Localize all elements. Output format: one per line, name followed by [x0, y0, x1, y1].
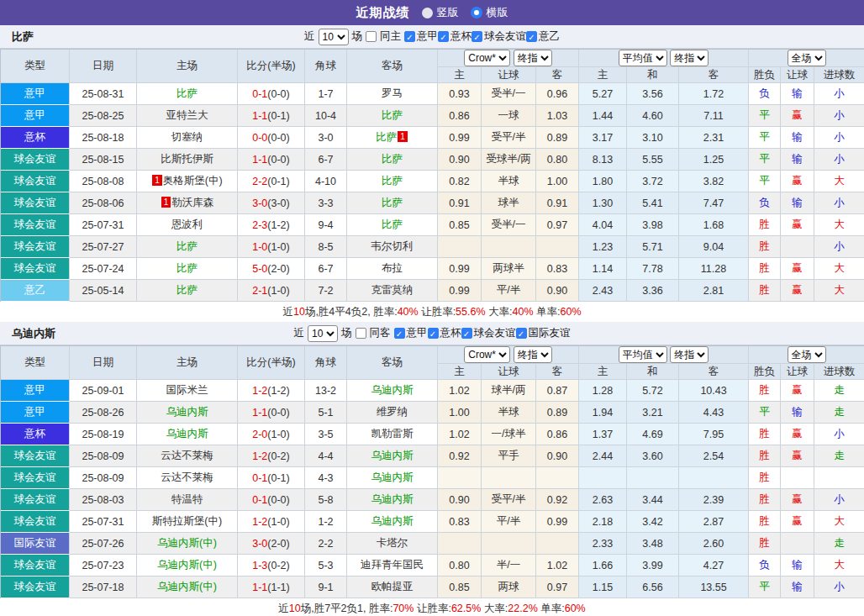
match-date: 25-08-18: [70, 127, 137, 149]
league-filter-意甲[interactable]: ✓意甲: [394, 326, 428, 340]
scope-select[interactable]: 全场: [788, 50, 826, 66]
league-filter-球会友谊[interactable]: ✓球会友谊: [461, 326, 516, 340]
near-count-select-2[interactable]: 10: [308, 325, 338, 342]
checkbox-checked-icon[interactable]: ✓: [404, 31, 415, 42]
table-row: 球会友谊25-07-31恩波利2-3(1-2)9-4比萨0.85受半/一0.97…: [1, 214, 864, 236]
same-venue-checkbox-2[interactable]: [356, 328, 366, 339]
avg-home: 2.63: [579, 489, 627, 511]
odds-away: 0.91: [536, 192, 579, 214]
odds-handicap: 平/半: [482, 280, 536, 302]
home-team: 乌迪内斯: [137, 402, 238, 424]
radio-unselected-icon[interactable]: [422, 8, 433, 18]
radio-selected-icon[interactable]: [471, 7, 482, 18]
team-name-text: 维罗纳: [377, 406, 408, 418]
score-fulltime: 2-3: [252, 219, 267, 231]
score: 1-2(1-2): [238, 380, 305, 402]
odds-handicap: 受半/一: [482, 83, 536, 105]
team-name-text: 欧帕提亚: [371, 581, 414, 592]
avg-draw: 3.21: [627, 402, 679, 424]
corner-score: 3-3: [305, 192, 347, 214]
odds-away: [536, 533, 579, 555]
score-halftime: (2-0): [267, 263, 289, 275]
match-date: 25-08-06: [70, 192, 137, 214]
score: 1-1(0-0): [238, 402, 305, 424]
checkbox-checked-icon[interactable]: ✓: [526, 31, 537, 42]
team-name-text: 乌迪内斯: [166, 428, 208, 440]
team-name-text: 乌迪内斯: [166, 406, 208, 418]
team-name-text: 比萨: [176, 284, 198, 296]
near-count-select[interactable]: 10: [319, 29, 349, 45]
filter-controls: 近 10 场 同主 ✓意甲✓意杯✓球会友谊✓意乙: [304, 29, 560, 45]
summary-value: 22.2%: [508, 603, 537, 614]
layout-radio-vertical[interactable]: 竖版: [422, 5, 459, 20]
avg-away: 2.81: [679, 280, 749, 302]
odds-away: 0.83: [536, 258, 579, 280]
score: 2-1(1-0): [238, 280, 305, 302]
league-filter-意乙[interactable]: ✓意乙: [526, 29, 560, 44]
score-fulltime: 1-1: [252, 407, 267, 419]
odds-handicap: 平/半: [482, 511, 536, 533]
result-wdl: 平: [749, 171, 781, 192]
corner-score: 10-4: [305, 105, 347, 127]
col-header-away: 客场: [347, 50, 438, 83]
home-team: 比萨: [137, 280, 238, 302]
league-badge: 球会友谊: [1, 577, 70, 598]
score: 0-1(0-1): [238, 467, 305, 489]
league-filter-球会友谊[interactable]: ✓球会友谊: [472, 29, 526, 44]
company-select[interactable]: Crow*: [464, 50, 510, 66]
sub-col-avg-home-2: 主: [579, 364, 627, 380]
table-row: 球会友谊25-08-03特温特0-1(0-0)5-8乌迪内斯0.90受平/半0.…: [1, 489, 864, 511]
summary-label: 让胜率:: [419, 306, 456, 318]
company-select-2[interactable]: Crow*: [464, 346, 510, 363]
team-name-text: 比萨: [382, 218, 403, 230]
league-filter-国际友谊[interactable]: ✓国际友谊: [516, 326, 571, 340]
result-goals: 大: [814, 258, 864, 280]
team-filter-bar-pisa: 比萨 近 10 场 同主 ✓意甲✓意杯✓球会友谊✓意乙: [0, 25, 864, 49]
team-name-text: 比萨: [382, 109, 403, 121]
checkbox-checked-icon[interactable]: ✓: [428, 328, 439, 339]
checkbox-checked-icon[interactable]: ✓: [516, 328, 527, 339]
final-index-select-4[interactable]: 终指: [670, 346, 709, 363]
odds-away: 0.89: [536, 127, 579, 149]
result-wdl: 胜: [749, 467, 781, 489]
checkbox-checked-icon[interactable]: ✓: [438, 31, 449, 42]
average-select-2[interactable]: 平均值: [619, 346, 667, 363]
summary-value: 10: [289, 603, 301, 614]
result-wdl: 平: [749, 402, 781, 424]
result-goals: 走: [814, 445, 864, 467]
corner-score: 13-2: [305, 380, 347, 402]
sub-col-avg-away-2: 客: [679, 364, 749, 380]
league-badge: 意杯: [1, 424, 70, 445]
summary-label: 场,胜7平2负1, 胜率:: [301, 603, 393, 614]
score: 1-1(0-1): [238, 105, 305, 127]
same-venue-checkbox[interactable]: [366, 31, 377, 42]
odds-away: 1.02: [536, 555, 579, 577]
final-index-select[interactable]: 终指: [514, 50, 552, 66]
result-goals: 小: [814, 192, 864, 214]
avg-draw: 5.72: [627, 380, 679, 402]
layout-radio-horizontal[interactable]: 横版: [471, 5, 508, 20]
final-index-select-2[interactable]: 终指: [670, 50, 709, 66]
result-wdl: 胜: [749, 511, 781, 533]
league-filter-意甲[interactable]: ✓意甲: [404, 29, 438, 44]
odds-away: 1.03: [536, 105, 579, 127]
col-header-corner-2: 角球: [305, 346, 347, 380]
team-name-pisa: 比萨: [12, 29, 34, 45]
odds-home: [438, 467, 482, 489]
games-label: 场: [352, 29, 363, 44]
checkbox-checked-icon[interactable]: ✓: [461, 328, 472, 339]
league-filter-意杯[interactable]: ✓意杯: [428, 326, 461, 340]
away-team: 乌迪内斯: [347, 511, 438, 533]
table-row: 意杯25-08-19乌迪内斯2-0(1-0)3-5凯勒雷斯1.02一/球半0.8…: [1, 424, 864, 445]
checkbox-checked-icon[interactable]: ✓: [472, 31, 482, 42]
scope-select-2[interactable]: 全场: [788, 346, 826, 363]
score-halftime: (1-0): [267, 241, 289, 253]
checkbox-checked-icon[interactable]: ✓: [394, 328, 405, 339]
corner-score: 9-1: [305, 577, 347, 598]
league-badge: 球会友谊: [1, 445, 70, 467]
final-index-select-3[interactable]: 终指: [514, 346, 552, 363]
league-filter-意杯[interactable]: ✓意杯: [438, 29, 472, 44]
average-select[interactable]: 平均值: [619, 50, 667, 66]
result-goals: 小: [814, 127, 864, 149]
result-goals: 小: [814, 577, 864, 598]
